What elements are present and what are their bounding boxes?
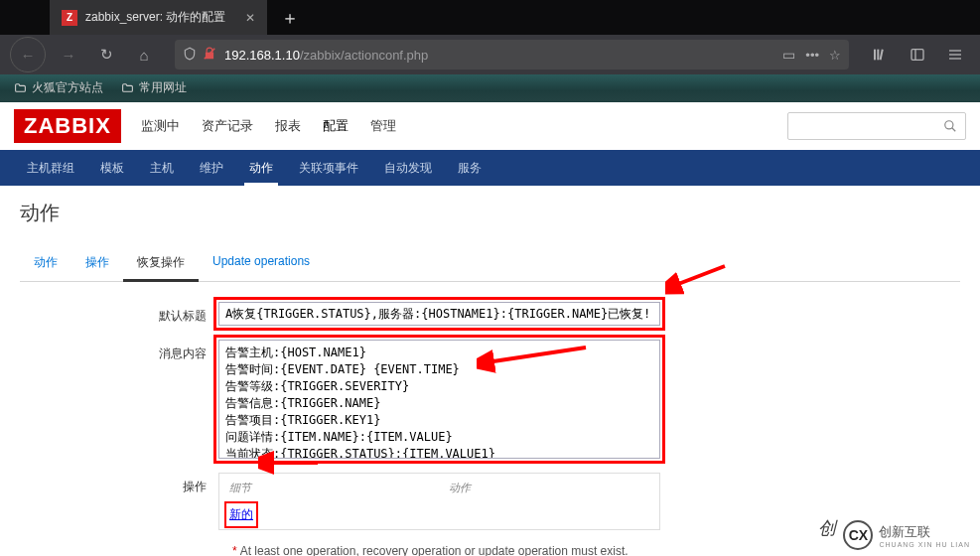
reader-mode-icon[interactable]: ▭ <box>782 47 795 63</box>
validation-text: At least one operation, recovery operati… <box>240 544 629 556</box>
row-default-subject: 默认标题 <box>20 302 960 326</box>
zabbix-header: ZABBIX 监测中 资产记录 报表 配置 管理 <box>0 102 980 150</box>
operations-new-link[interactable]: 新的 <box>229 506 253 523</box>
svg-line-10 <box>952 128 956 132</box>
ops-header-details: 细节 <box>221 476 439 500</box>
message-label: 消息内容 <box>20 340 218 362</box>
page-title: 动作 <box>20 200 960 226</box>
watermark-circle-icon: CX <box>843 520 873 550</box>
menu-monitoring[interactable]: 监测中 <box>141 117 180 135</box>
tab-favicon: Z <box>62 10 77 26</box>
menu-inventory[interactable]: 资产记录 <box>202 117 253 135</box>
bookmarks-toolbar: 火狐官方站点 常用网址 <box>0 74 980 102</box>
sidebar-icon[interactable] <box>903 40 932 70</box>
close-icon[interactable]: ✕ <box>225 11 255 25</box>
browser-tab[interactable]: Z zabbix_server: 动作的配置 ✕ <box>50 0 267 35</box>
row-message: 消息内容 <box>20 340 960 459</box>
svg-rect-3 <box>880 50 884 61</box>
submenu-hostgroups[interactable]: 主机群组 <box>14 150 87 186</box>
message-textarea[interactable] <box>218 340 660 459</box>
watermark-brand: 创新互联 <box>879 523 970 541</box>
svg-rect-4 <box>911 50 923 61</box>
svg-point-9 <box>945 121 953 129</box>
submenu-correlation[interactable]: 关联项事件 <box>286 150 371 186</box>
submenu-hosts[interactable]: 主机 <box>137 150 187 186</box>
tab-recovery-operations[interactable]: 恢复操作 <box>123 246 199 282</box>
operations-table: 细节 动作 新的 <box>218 473 660 530</box>
search-input[interactable] <box>787 112 966 140</box>
submenu-actions[interactable]: 动作 <box>236 150 286 186</box>
menu-configuration[interactable]: 配置 <box>323 117 349 135</box>
bookmark-item[interactable]: 火狐官方站点 <box>14 79 103 96</box>
brand-watermark: CX 创新互联 CHUANG XIN HU LIAN <box>843 520 970 550</box>
tab-action[interactable]: 动作 <box>20 246 71 281</box>
zabbix-submenu: 主机群组 模板 主机 维护 动作 关联项事件 自动发现 服务 <box>0 150 980 186</box>
watermark-sub: CHUANG XIN HU LIAN <box>879 541 970 548</box>
bookmark-star-icon[interactable]: ☆ <box>829 48 841 63</box>
home-button[interactable]: ⌂ <box>129 40 159 70</box>
submenu-services[interactable]: 服务 <box>445 150 494 186</box>
bookmark-label: 常用网址 <box>139 79 187 96</box>
back-button[interactable]: ← <box>10 37 46 72</box>
signature-watermark: 创 <box>818 516 836 540</box>
submenu-templates[interactable]: 模板 <box>87 150 137 186</box>
default-subject-input[interactable] <box>218 302 660 326</box>
submenu-maintenance[interactable]: 维护 <box>187 150 236 186</box>
svg-rect-2 <box>877 50 879 61</box>
search-icon <box>943 119 957 133</box>
submenu-discovery[interactable]: 自动发现 <box>371 150 445 186</box>
default-subject-label: 默认标题 <box>20 302 218 325</box>
operations-label: 操作 <box>20 473 218 495</box>
form-tabs: 动作 操作 恢复操作 Update operations <box>20 246 960 282</box>
zabbix-main-menu: 监测中 资产记录 报表 配置 管理 <box>141 117 396 135</box>
tab-operations[interactable]: 操作 <box>71 246 123 281</box>
insecure-lock-icon <box>203 47 216 64</box>
url-host: 192.168.1.10 <box>224 48 300 63</box>
browser-nav-bar: ← → ↻ ⌂ 192.168.1.10/zabbix/actionconf.p… <box>0 35 980 74</box>
tab-title: zabbix_server: 动作的配置 <box>85 9 225 26</box>
zabbix-logo[interactable]: ZABBIX <box>14 109 121 143</box>
bookmark-item[interactable]: 常用网址 <box>121 79 187 96</box>
reload-button[interactable]: ↻ <box>91 40 121 70</box>
address-bar[interactable]: 192.168.1.10/zabbix/actionconf.php ▭ •••… <box>175 40 849 70</box>
required-asterisk: * <box>232 544 237 556</box>
page-content: 动作 动作 操作 恢复操作 Update operations 默认标题 消息内… <box>0 186 980 556</box>
new-tab-button[interactable]: ＋ <box>267 0 313 35</box>
menu-administration[interactable]: 管理 <box>370 117 396 135</box>
shield-icon <box>183 47 197 64</box>
tab-update-operations[interactable]: Update operations <box>199 246 324 281</box>
forward-button[interactable]: → <box>54 40 83 70</box>
browser-tab-bar: Z zabbix_server: 动作的配置 ✕ ＋ <box>0 0 980 35</box>
url-path: /zabbix/actionconf.php <box>300 48 428 63</box>
library-icon[interactable] <box>865 40 895 70</box>
ops-header-action: 动作 <box>441 476 658 500</box>
more-icon[interactable]: ••• <box>805 48 819 63</box>
bookmark-label: 火狐官方站点 <box>32 79 103 96</box>
menu-reports[interactable]: 报表 <box>275 117 301 135</box>
hamburger-menu-icon[interactable] <box>940 40 970 70</box>
svg-rect-1 <box>874 50 876 61</box>
